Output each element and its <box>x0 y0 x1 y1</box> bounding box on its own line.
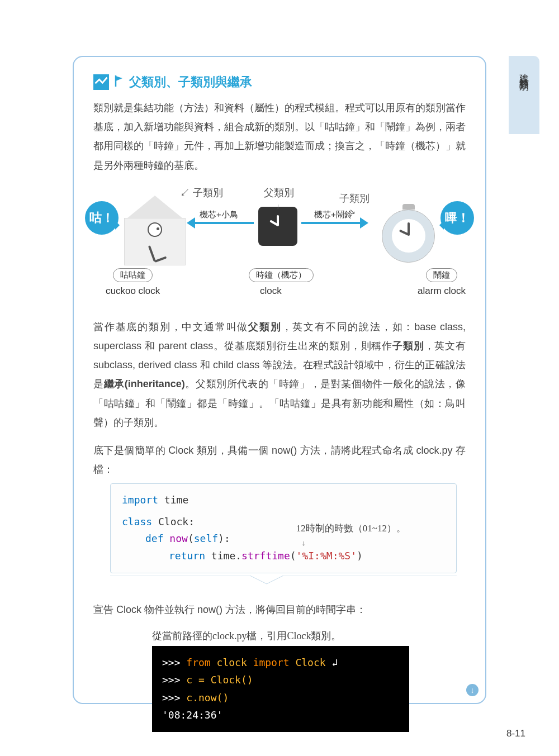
page-number: 8-11 <box>506 728 525 739</box>
terminal-block: >>> from clock import Clock ↲ >>> c = Cl… <box>152 646 409 732</box>
clock-icon <box>258 207 297 246</box>
arrow-label-left: 機芯+小鳥 <box>200 210 238 220</box>
hand-label-right: 子類別↘ <box>339 192 369 217</box>
arrow-right-icon <box>301 222 366 224</box>
pill-label-right: 鬧鐘 <box>426 268 457 282</box>
terminal-wrapper: >>> from clock import Clock ↲ >>> c = Cl… <box>152 646 409 732</box>
pill-label-left: 咕咕鐘 <box>113 268 153 282</box>
arrow-left-icon <box>190 222 254 224</box>
code-block-clock-class: import time class Clock: def now(self): … <box>110 483 457 573</box>
section-header: 父類別、子類別與繼承 <box>93 74 466 91</box>
code-annotation-1: 12時制的時數（01~12）。 ↓ <box>296 521 406 549</box>
flag-icon <box>115 75 124 89</box>
paragraph-4: 宣告 Clock 物件並執行 now() 方法，將傳回目前的時間字串： <box>93 600 466 619</box>
page-down-icon: ↓ <box>466 684 479 696</box>
speech-bubble-left: 咕！ <box>85 201 119 235</box>
terminal-annotation: 從當前路徑的clock.py檔，引用Clock類別。 <box>152 629 466 643</box>
paragraph-2: 當作基底的類別，中文通常叫做父類別，英文有不同的說法，如：base class,… <box>93 317 466 432</box>
english-label-right: alarm clock <box>418 286 466 297</box>
speech-bubble-right: 嗶！ <box>440 201 474 235</box>
class-inheritance-diagram: 咕！ 嗶！ 機芯+小鳥 機芯+鬧鈴 ↙ 子類別 父類別↓ 子類別↘ 咕咕鐘 時鐘… <box>93 187 466 302</box>
code-continuation-icon <box>110 576 457 587</box>
english-label-center: clock <box>260 286 282 297</box>
hand-label-center: 父類別↓ <box>264 186 294 211</box>
paragraph-1: 類別就是集結功能（方法）和資料（屬性）的程式模組。程式可以用原有的類別當作基底，… <box>93 98 466 175</box>
english-label-left: cuckoo clock <box>106 286 160 297</box>
side-chapter-label: 建立自訂類別 <box>518 66 530 76</box>
page-content-panel: 父類別、子類別與繼承 類別就是集結功能（方法）和資料（屬性）的程式模組。程式可以… <box>73 56 486 704</box>
pill-label-center: 時鐘（機芯） <box>249 268 314 282</box>
section-title-text: 父類別、子類別與繼承 <box>129 74 252 91</box>
alarm-clock-icon <box>382 201 438 263</box>
chart-icon <box>93 74 109 90</box>
hand-label-left: ↙ 子類別 <box>180 186 223 199</box>
side-chapter-tab: 建立自訂類別 <box>509 56 539 134</box>
paragraph-3: 底下是個簡單的 Clock 類別，具備一個 now() 方法，請將此程式命名成 … <box>93 441 466 479</box>
cuckoo-clock-icon <box>124 196 186 265</box>
